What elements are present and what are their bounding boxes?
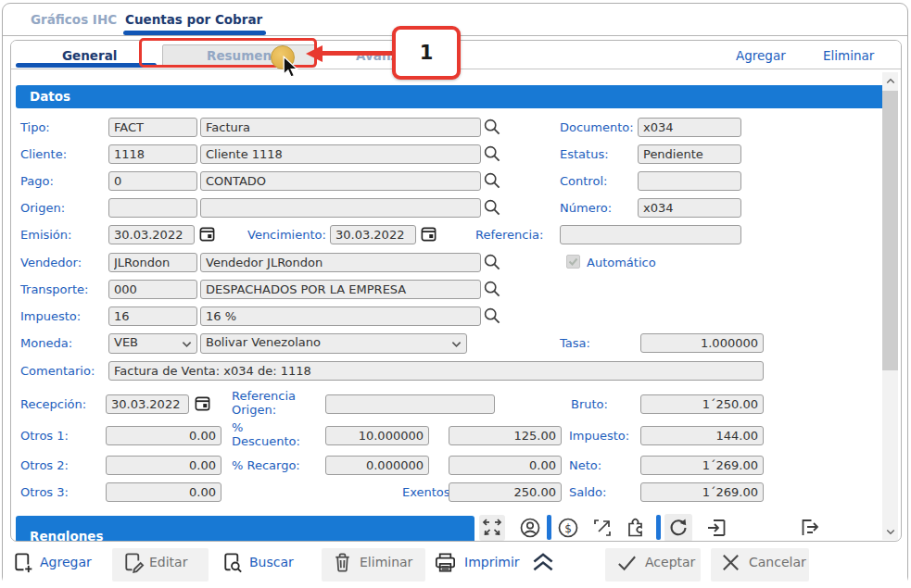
tab-graficos-ihc[interactable]: Gráficos IHC <box>31 12 117 27</box>
recargo-label: % Recargo: <box>232 458 300 472</box>
remove-row-icon[interactable] <box>797 515 823 542</box>
documento-label: Documento: <box>560 120 634 134</box>
cliente-search-icon[interactable] <box>483 144 501 167</box>
transporte-desc-field[interactable] <box>200 280 481 299</box>
annotation-arrow-line <box>322 51 396 56</box>
otros2-field[interactable] <box>106 456 221 475</box>
window-frame: Gráficos IHC Cuentas por Cobrar General … <box>2 3 908 585</box>
scroll-up-button[interactable] <box>882 72 898 89</box>
vencimiento-label: Vencimiento: <box>247 228 326 242</box>
vendedor-desc-field[interactable] <box>200 253 481 272</box>
chevron-down-icon <box>886 529 895 535</box>
referencia-origen-field[interactable] <box>325 394 495 414</box>
comentario-label: Comentario: <box>20 364 95 378</box>
renglones-agregar-button[interactable]: Agregar <box>736 48 786 63</box>
datos-section-header: Datos <box>16 85 886 108</box>
impuesto-code-field[interactable] <box>108 307 197 326</box>
fit-columns-icon[interactable] <box>479 515 505 541</box>
cliente-desc-field[interactable] <box>200 144 481 164</box>
buscar-icon[interactable] <box>220 550 245 579</box>
vencimiento-date-field[interactable] <box>330 225 416 244</box>
open-external-icon[interactable] <box>589 515 615 542</box>
tipo-code-field[interactable] <box>108 118 197 137</box>
vertical-scrollbar[interactable] <box>882 72 898 540</box>
buscar-button[interactable]: Buscar <box>249 555 294 569</box>
vendedor-search-icon[interactable] <box>483 253 501 275</box>
exentos-field[interactable] <box>449 482 562 502</box>
vencimiento-calendar-icon[interactable] <box>420 225 437 246</box>
origen-search-icon[interactable] <box>483 198 501 220</box>
origen-code-field[interactable] <box>108 198 197 218</box>
tasa-field[interactable] <box>640 333 764 353</box>
pago-desc-field[interactable] <box>200 171 481 191</box>
impuesto-desc-field[interactable] <box>200 307 481 326</box>
tipo-desc-field[interactable] <box>200 118 481 137</box>
transporte-code-field[interactable] <box>108 280 197 299</box>
scrollbar-thumb[interactable] <box>882 91 898 370</box>
check-icon[interactable] <box>616 553 638 577</box>
trash-icon[interactable] <box>330 550 355 579</box>
app-window: Gráficos IHC Cuentas por Cobrar General … <box>0 0 911 588</box>
transporte-search-icon[interactable] <box>483 280 501 302</box>
pago-code-field[interactable] <box>108 171 197 191</box>
emision-date-field[interactable] <box>108 225 195 244</box>
impuesto-total-label: Impuesto: <box>569 429 629 443</box>
pago-search-icon[interactable] <box>483 171 501 194</box>
saldo-label: Saldo: <box>569 485 606 499</box>
agregar-button[interactable]: Agregar <box>40 555 92 569</box>
descuento-pct-field[interactable] <box>325 426 429 445</box>
descuento-amount-field[interactable] <box>449 426 562 445</box>
scroll-down-button[interactable] <box>882 523 898 540</box>
impuesto-total-field[interactable] <box>640 426 764 445</box>
moneda-code-select[interactable]: VEB <box>108 333 197 354</box>
numero-label: Número: <box>560 201 612 215</box>
contact-icon[interactable] <box>517 515 543 542</box>
active-tab-underline <box>123 31 266 35</box>
control-label: Control: <box>560 174 607 188</box>
moneda-desc-select[interactable]: Bolivar Venezolano <box>200 333 467 354</box>
recargo-amount-field[interactable] <box>449 456 562 475</box>
documento-field[interactable] <box>638 118 741 137</box>
otros1-field[interactable] <box>106 426 221 445</box>
collapse-toolbar-icon[interactable] <box>529 551 557 578</box>
recepcion-calendar-icon[interactable] <box>194 394 211 416</box>
otros3-label: Otros 3: <box>20 485 69 499</box>
numero-field[interactable] <box>638 198 741 218</box>
impuesto-search-icon[interactable] <box>483 307 501 329</box>
neto-field[interactable] <box>640 456 764 475</box>
recepcion-date-field[interactable] <box>106 394 189 414</box>
imprimir-icon[interactable] <box>432 550 459 579</box>
cliente-code-field[interactable] <box>108 144 197 164</box>
imprimir-button[interactable]: Imprimir <box>464 555 520 569</box>
comentario-field[interactable] <box>108 361 764 381</box>
tipo-search-icon[interactable] <box>483 118 501 140</box>
pago-label: Pago: <box>20 174 54 188</box>
close-icon[interactable] <box>720 552 741 577</box>
editar-icon[interactable] <box>120 550 146 579</box>
estatus-field[interactable] <box>638 144 741 164</box>
tab-cuentas-por-cobrar[interactable]: Cuentas por Cobrar <box>125 12 262 27</box>
chevron-down-icon <box>451 341 462 348</box>
refresh-icon[interactable] <box>664 514 692 542</box>
tab-general[interactable]: General <box>62 48 117 63</box>
emision-calendar-icon[interactable] <box>198 225 216 246</box>
bruto-field[interactable] <box>640 394 764 414</box>
renglones-eliminar-button[interactable]: Eliminar <box>823 48 874 63</box>
agregar-icon[interactable] <box>10 550 35 579</box>
saldo-field[interactable] <box>640 482 764 502</box>
impuesto-label: Impuesto: <box>20 309 81 323</box>
add-row-icon[interactable] <box>704 515 730 542</box>
origen-desc-field[interactable] <box>200 198 481 218</box>
referencia-field[interactable] <box>560 225 741 244</box>
recargo-pct-field[interactable] <box>325 456 429 475</box>
currency-icon[interactable]: $ <box>555 515 581 542</box>
moneda-code-value: VEB <box>114 335 138 349</box>
plugin-icon[interactable] <box>623 515 649 542</box>
chevron-up-icon <box>886 78 895 84</box>
neto-label: Neto: <box>569 458 601 472</box>
otros3-field[interactable] <box>106 482 221 502</box>
vendedor-code-field[interactable] <box>108 253 197 272</box>
control-field[interactable] <box>638 171 741 191</box>
descuento-label: % Descuento: <box>232 420 315 448</box>
automatico-checkbox[interactable] <box>566 255 580 269</box>
